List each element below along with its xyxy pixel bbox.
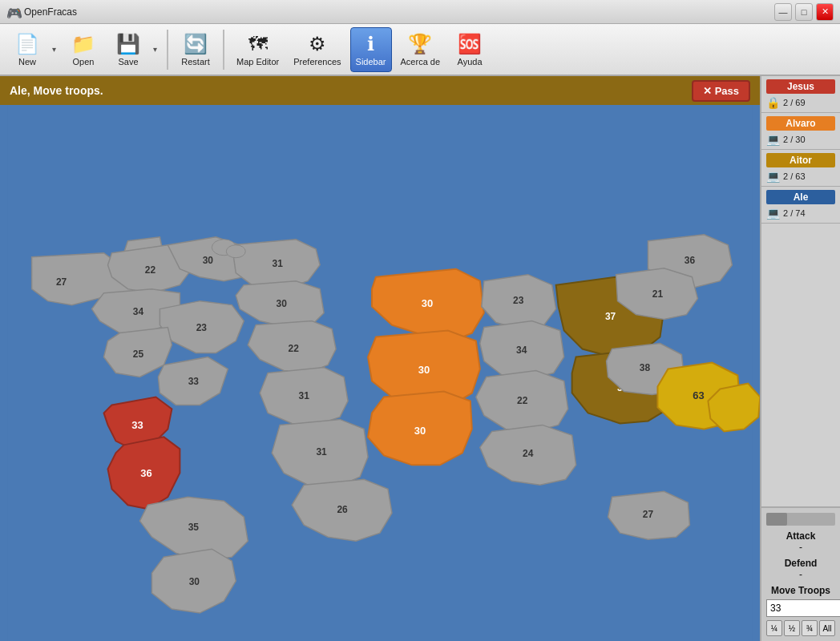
player-name-aitor: Aitor [766, 153, 835, 167]
open-button[interactable]: 📁 Open [63, 27, 104, 72]
troops-input[interactable] [766, 599, 840, 617]
separator-1 [167, 30, 168, 70]
svg-text:27: 27 [56, 276, 67, 288]
main-layout: Ale, Move troops. ✕ Pass 27 22 30 [0, 76, 840, 641]
svg-text:30: 30 [203, 255, 214, 266]
svg-point-66 [226, 245, 245, 258]
all-button[interactable]: All [819, 620, 835, 636]
attack-value: - [766, 542, 835, 553]
restart-label: Restart [181, 57, 209, 67]
acerca-icon: 🏆 [408, 33, 432, 55]
player-name-jesus: Jesus [766, 79, 835, 94]
quarter-button[interactable]: ¼ [766, 620, 782, 636]
sidebar-spacer [761, 224, 840, 506]
svg-text:23: 23 [513, 295, 524, 306]
player-name-ale: Ale [766, 190, 835, 204]
save-button[interactable]: 💾 Save [107, 27, 149, 72]
svg-text:31: 31 [273, 258, 284, 269]
acerca-button[interactable]: 🏆 Acerca de [395, 27, 446, 72]
attack-label: Attack [766, 530, 835, 542]
sidebar: Jesus 🔒 2 / 69 Alvaro 💻 2 / 30 Aitor 💻 2… [760, 76, 840, 641]
title-bar-buttons: — □ ✕ [774, 3, 834, 21]
close-button[interactable]: ✕ [816, 3, 834, 21]
svg-text:38: 38 [640, 362, 651, 373]
svg-text:30: 30 [422, 297, 433, 309]
svg-text:33: 33 [131, 419, 143, 431]
new-button[interactable]: 📄 New [6, 27, 48, 72]
svg-text:22: 22 [517, 395, 528, 406]
combat-slider[interactable] [766, 513, 835, 526]
player-info-jesus: 🔒 2 / 69 [766, 96, 835, 109]
minimize-button[interactable]: — [774, 3, 792, 21]
map-editor-label: Map Editor [236, 57, 279, 67]
sidebar-button[interactable]: ℹ Sidebar [350, 27, 392, 72]
player-name-alvaro: Alvaro [766, 116, 835, 131]
three-quarter-button[interactable]: ¾ [802, 620, 818, 636]
player-score-jesus: 2 / 69 [783, 98, 806, 107]
svg-text:63: 63 [693, 389, 704, 401]
save-label: Save [118, 57, 138, 67]
player-info-aitor: 💻 2 / 63 [766, 170, 835, 183]
save-arrow[interactable]: ▾ [149, 27, 160, 72]
map-editor-button[interactable]: 🗺 Map Editor [231, 27, 285, 72]
ayuda-label: Ayuda [458, 57, 483, 67]
map-container[interactable]: 27 22 30 34 23 25 33 33 36 [0, 105, 760, 641]
svg-text:30: 30 [189, 576, 200, 587]
acerca-label: Acerca de [401, 57, 441, 67]
fraction-buttons: ¼ ½ ¾ All [766, 620, 835, 636]
svg-text:22: 22 [288, 343, 299, 354]
player-icon-jesus: 🔒 [766, 96, 780, 109]
player-card-ale: Ale 💻 2 / 74 [761, 187, 840, 224]
player-card-aitor: Aitor 💻 2 / 63 [761, 150, 840, 187]
svg-text:34: 34 [133, 306, 144, 317]
combat-section: Attack - Defend - Move Troops ▲ ▼ ¼ ½ ¾ … [761, 506, 840, 641]
player-score-alvaro: 2 / 30 [783, 135, 806, 144]
player-score-aitor: 2 / 63 [783, 171, 806, 181]
player-icon-alvaro: 💻 [766, 133, 780, 146]
window-title: OpenFracas [24, 6, 774, 18]
svg-text:31: 31 [316, 446, 327, 458]
save-icon: 💾 [116, 33, 140, 55]
preferences-button[interactable]: ⚙ Preferences [288, 27, 346, 72]
maximize-button[interactable]: □ [795, 3, 813, 21]
svg-text:31: 31 [298, 390, 309, 401]
ayuda-icon: 🆘 [458, 33, 482, 55]
player-card-jesus: Jesus 🔒 2 / 69 [761, 76, 840, 113]
ayuda-button[interactable]: 🆘 Ayuda [449, 27, 491, 72]
half-button[interactable]: ½ [784, 620, 800, 636]
preferences-label: Preferences [293, 57, 341, 67]
svg-text:30: 30 [277, 298, 288, 309]
svg-text:30: 30 [414, 425, 426, 437]
game-map[interactable]: 27 22 30 34 23 25 33 33 36 [0, 105, 760, 641]
restart-icon: 🔄 [184, 33, 208, 55]
new-arrow[interactable]: ▾ [48, 27, 59, 72]
restart-button[interactable]: 🔄 Restart [175, 27, 216, 72]
game-area: Ale, Move troops. ✕ Pass 27 22 30 [0, 76, 760, 641]
pass-button[interactable]: ✕ Pass [692, 80, 750, 102]
svg-text:27: 27 [643, 509, 654, 520]
title-bar: 🎮 OpenFracas — □ ✕ [0, 0, 840, 24]
defend-value: - [766, 569, 835, 580]
svg-text:33: 33 [188, 376, 200, 387]
player-card-alvaro: Alvaro 💻 2 / 30 [761, 113, 840, 150]
sidebar-icon: ℹ [367, 33, 374, 55]
new-label: New [18, 57, 36, 67]
svg-text:34: 34 [516, 345, 527, 356]
save-btn-group: 💾 Save ▾ [107, 27, 160, 72]
new-icon: 📄 [15, 33, 39, 55]
svg-text:37: 37 [605, 311, 616, 322]
open-label: Open [73, 57, 95, 67]
open-icon: 📁 [71, 33, 95, 55]
player-info-ale: 💻 2 / 74 [766, 207, 835, 220]
svg-text:24: 24 [523, 448, 534, 459]
svg-text:22: 22 [145, 264, 156, 276]
app-icon: 🎮 [6, 6, 19, 18]
player-score-ale: 2 / 74 [783, 208, 806, 218]
troops-input-row: ▲ ▼ [766, 599, 835, 617]
svg-text:35: 35 [188, 522, 200, 533]
svg-text:26: 26 [337, 504, 348, 515]
defend-label: Defend [766, 558, 835, 569]
player-icon-aitor: 💻 [766, 170, 780, 183]
move-troops-label: Move Troops [766, 585, 835, 596]
svg-text:36: 36 [140, 467, 151, 479]
